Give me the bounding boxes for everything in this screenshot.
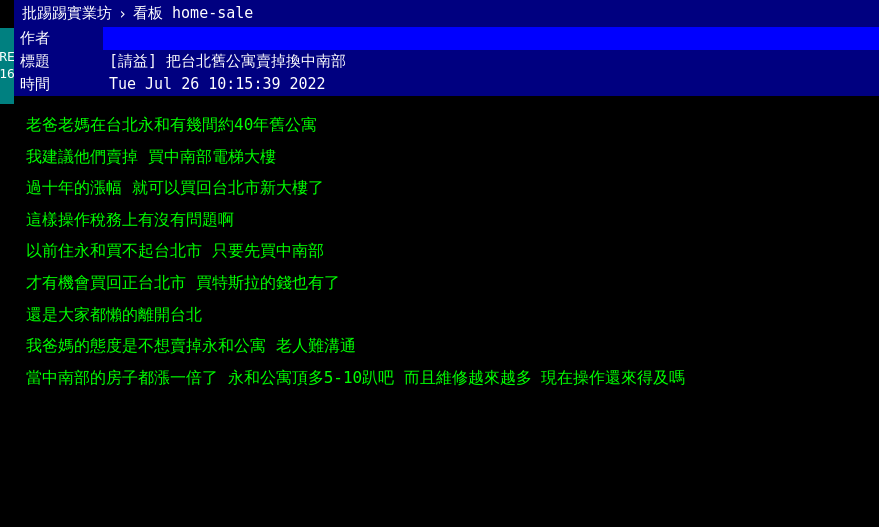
post-badge: RE 16 [0, 28, 14, 104]
author-label: 作者 [14, 27, 103, 50]
content-line-6: 才有機會買回正台北市 買特斯拉的錢也有了 [26, 270, 867, 296]
main-content: 批踢踢實業坊 › 看板 home-sale 作者 標題 [請益] 把台北舊公寓賣… [14, 0, 879, 404]
time-row: 時間 Tue Jul 26 10:15:39 2022 [14, 73, 879, 96]
post-meta-table: 作者 標題 [請益] 把台北舊公寓賣掉換中南部 時間 Tue Jul 26 10… [14, 27, 879, 96]
title-label: 標題 [14, 50, 103, 73]
author-row: 作者 [14, 27, 879, 50]
author-value [103, 27, 879, 50]
content-line-5: 以前住永和買不起台北市 只要先買中南部 [26, 238, 867, 264]
content-line-7: 還是大家都懶的離開台北 [26, 302, 867, 328]
content-line-3: 過十年的漲幅 就可以買回台北市新大樓了 [26, 175, 867, 201]
content-line-9: 當中南部的房子都漲一倍了 永和公寓頂多5-10趴吧 而且維修越來越多 現在操作還… [26, 365, 867, 391]
breadcrumb-parent[interactable]: 批踢踢實業坊 [22, 4, 112, 23]
time-value: Tue Jul 26 10:15:39 2022 [103, 73, 879, 96]
content-line-8: 我爸媽的態度是不想賣掉永和公寓 老人難溝通 [26, 333, 867, 359]
title-value: [請益] 把台北舊公寓賣掉換中南部 [103, 50, 879, 73]
post-content: 老爸老媽在台北永和有幾間約40年舊公寓 我建議他們賣掉 買中南部電梯大樓 過十年… [14, 98, 879, 404]
time-label: 時間 [14, 73, 103, 96]
breadcrumb-separator: › [118, 5, 127, 23]
content-line-4: 這樣操作稅務上有沒有問題啊 [26, 207, 867, 233]
page-wrapper: RE 16 批踢踢實業坊 › 看板 home-sale 作者 標題 [請益] 把… [0, 0, 879, 404]
breadcrumb: 批踢踢實業坊 › 看板 home-sale [14, 0, 879, 27]
content-line-1: 老爸老媽在台北永和有幾間約40年舊公寓 [26, 112, 867, 138]
title-row: 標題 [請益] 把台北舊公寓賣掉換中南部 [14, 50, 879, 73]
breadcrumb-current: 看板 home-sale [133, 4, 253, 23]
content-line-2: 我建議他們賣掉 買中南部電梯大樓 [26, 144, 867, 170]
